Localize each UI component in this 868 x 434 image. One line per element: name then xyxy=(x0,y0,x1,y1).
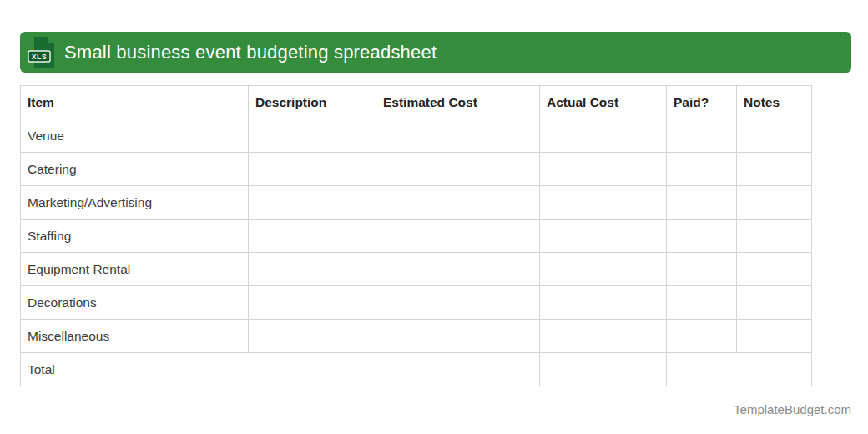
actual-cost-cell xyxy=(540,253,667,286)
table-row-miscellaneous: Miscellaneous xyxy=(21,320,812,353)
column-header-description: Description xyxy=(249,86,376,119)
notes-cell xyxy=(737,286,812,320)
header-row: Item Description Estimated Cost Actual C… xyxy=(21,86,812,119)
actual-cost-cell xyxy=(540,286,667,320)
xls-icon-fold xyxy=(48,37,54,43)
table-row-decorations: Decorations xyxy=(21,286,812,320)
column-header-item: Item xyxy=(21,86,249,119)
notes-cell xyxy=(737,253,812,286)
actual-cost-cell xyxy=(540,119,667,153)
estimated-cost-cell xyxy=(376,253,540,286)
paid-cell xyxy=(667,186,737,220)
item-cell: Venue xyxy=(21,119,249,153)
table-row-staffing: Staffing xyxy=(21,220,812,253)
item-cell: Marketing/Advertising xyxy=(21,186,249,220)
estimated-cost-cell xyxy=(376,286,540,320)
paid-cell xyxy=(667,253,737,286)
notes-cell xyxy=(737,153,812,186)
total-label-cell: Total xyxy=(21,353,376,386)
table-row-venue: Venue xyxy=(21,119,812,153)
notes-cell xyxy=(737,320,812,353)
table-row-equipment-rental: Equipment Rental xyxy=(21,253,812,286)
total-actual-cost-cell xyxy=(540,353,667,386)
column-header-notes: Notes xyxy=(737,86,812,119)
page-title: Small business event budgeting spreadshe… xyxy=(64,42,437,63)
estimated-cost-cell xyxy=(376,220,540,253)
notes-cell xyxy=(737,186,812,220)
actual-cost-cell xyxy=(540,220,667,253)
item-cell: Catering xyxy=(21,153,249,186)
paid-cell xyxy=(667,286,737,320)
column-header-paid: Paid? xyxy=(667,86,737,119)
paid-cell xyxy=(667,119,737,153)
budget-table: Item Description Estimated Cost Actual C… xyxy=(20,85,812,386)
description-cell xyxy=(249,320,376,353)
column-header-actual-cost: Actual Cost xyxy=(540,86,667,119)
footer-credit: TemplateBudget.com xyxy=(20,402,851,416)
description-cell xyxy=(249,286,376,320)
table-row-catering: Catering xyxy=(21,153,812,186)
actual-cost-cell xyxy=(540,320,667,353)
description-cell xyxy=(249,220,376,253)
total-row: Total xyxy=(21,353,812,386)
total-estimated-cost-cell xyxy=(376,353,540,386)
title-bar: XLS Small business event budgeting sprea… xyxy=(20,32,851,73)
total-paid-notes-cell xyxy=(667,353,812,386)
item-cell: Miscellaneous xyxy=(21,320,249,353)
paid-cell xyxy=(667,220,737,253)
table-row-marketing: Marketing/Advertising xyxy=(21,186,812,220)
notes-cell xyxy=(737,220,812,253)
description-cell xyxy=(249,119,376,153)
item-cell: Staffing xyxy=(21,220,249,253)
notes-cell xyxy=(737,119,812,153)
description-cell xyxy=(249,253,376,286)
column-header-estimated-cost: Estimated Cost xyxy=(376,86,540,119)
xls-icon-label: XLS xyxy=(32,52,47,60)
actual-cost-cell xyxy=(540,186,667,220)
description-cell xyxy=(249,153,376,186)
paid-cell xyxy=(667,153,737,186)
item-cell: Decorations xyxy=(21,286,249,320)
paid-cell xyxy=(667,320,737,353)
item-cell: Equipment Rental xyxy=(21,253,249,286)
description-cell xyxy=(249,186,376,220)
estimated-cost-cell xyxy=(376,153,540,186)
estimated-cost-cell xyxy=(376,119,540,153)
xls-file-icon: XLS xyxy=(28,35,56,70)
estimated-cost-cell xyxy=(376,320,540,353)
page-container: XLS Small business event budgeting sprea… xyxy=(20,32,851,416)
actual-cost-cell xyxy=(540,153,667,186)
estimated-cost-cell xyxy=(376,186,540,220)
